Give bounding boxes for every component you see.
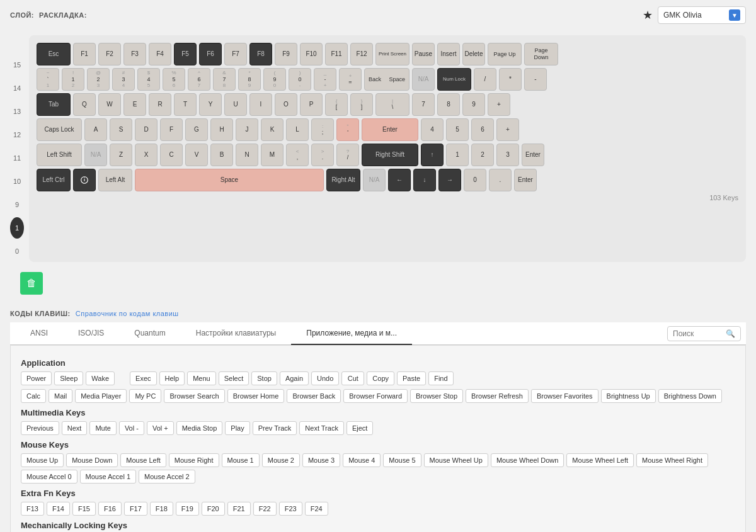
kc-menu[interactable]: Menu: [187, 371, 216, 385]
key-u[interactable]: U: [224, 93, 247, 116]
kc-mute[interactable]: Mute: [89, 421, 116, 435]
kc-mouse-5[interactable]: Mouse 5: [383, 453, 421, 467]
key-y[interactable]: Y: [199, 93, 222, 116]
key-left-alt[interactable]: Left Alt: [98, 169, 132, 191]
kc-wheel-down[interactable]: Mouse Wheel Down: [491, 453, 564, 467]
key-f8[interactable]: F8: [249, 43, 272, 65]
kc-again[interactable]: Again: [280, 371, 309, 385]
layout-selector[interactable]: GMK Olivia ▼: [658, 6, 746, 24]
key-numpad-7[interactable]: 7: [412, 93, 435, 116]
key-k[interactable]: K: [261, 118, 284, 141]
key-caps-lock[interactable]: Caps Lock: [37, 118, 82, 141]
key-q[interactable]: Q: [73, 93, 96, 116]
key-r[interactable]: R: [149, 93, 171, 116]
kc-mouse-3[interactable]: Mouse 3: [302, 453, 340, 467]
tab-keyboard-settings[interactable]: Настройки клавиатуры: [181, 322, 292, 345]
kc-browser-favorites[interactable]: Browser Favorites: [531, 389, 598, 403]
key-7[interactable]: &7 8: [213, 68, 236, 91]
key-quote[interactable]: "': [336, 118, 359, 141]
kc-mouse-up[interactable]: Mouse Up: [21, 453, 64, 467]
key-i[interactable]: I: [249, 93, 272, 116]
layer-11[interactable]: 11: [10, 147, 24, 169]
kc-stop[interactable]: Stop: [251, 371, 277, 385]
kc-f15[interactable]: F15: [72, 502, 96, 516]
tab-ansi[interactable]: ANSI: [15, 322, 63, 345]
kc-paste[interactable]: Paste: [397, 371, 426, 385]
key-na-3[interactable]: N/A: [363, 169, 386, 191]
key-e[interactable]: E: [123, 93, 146, 116]
key-f12[interactable]: F12: [350, 43, 373, 65]
key-numpad-slash[interactable]: /: [474, 68, 496, 91]
kc-media-stop[interactable]: Media Stop: [176, 421, 223, 435]
kc-f24[interactable]: F24: [305, 502, 328, 516]
kc-mouse-1[interactable]: Mouse 1: [222, 453, 260, 467]
kc-vol-plus[interactable]: Vol +: [147, 421, 174, 435]
kc-accel-0[interactable]: Mouse Accel 0: [21, 470, 77, 484]
kc-mouse-2[interactable]: Mouse 2: [262, 453, 300, 467]
key-tab[interactable]: Tab: [37, 93, 71, 116]
kc-f16[interactable]: F16: [98, 502, 122, 516]
kc-accel-2[interactable]: Mouse Accel 2: [139, 470, 195, 484]
tab-iso[interactable]: ISO/JIS: [63, 322, 119, 345]
kc-f14[interactable]: F14: [47, 502, 70, 516]
kc-mouse-right[interactable]: Mouse Right: [169, 453, 219, 467]
search-input[interactable]: [673, 329, 723, 338]
key-na-2[interactable]: N/A: [84, 144, 107, 166]
key-f7[interactable]: F7: [224, 43, 247, 65]
key-esc[interactable]: Esc: [37, 43, 71, 65]
tab-quantum[interactable]: Quantum: [119, 322, 180, 345]
kc-mail[interactable]: Mail: [49, 389, 72, 403]
key-numpad-2[interactable]: 2: [471, 144, 494, 166]
key-numpad-minus[interactable]: -: [524, 68, 547, 91]
kc-calc[interactable]: Calc: [21, 389, 46, 403]
key-slash[interactable]: ?/: [336, 144, 359, 166]
key-left-ctrl[interactable]: Left Ctrl: [37, 169, 71, 191]
key-na-1[interactable]: N/A: [412, 68, 435, 91]
key-f11[interactable]: F11: [325, 43, 348, 65]
key-6[interactable]: ^6 7: [188, 68, 210, 91]
key-lbracket[interactable]: {[: [325, 93, 348, 116]
key-print-screen[interactable]: Print Screen: [375, 43, 410, 65]
key-f9[interactable]: F9: [275, 43, 297, 65]
key-comma[interactable]: <,: [286, 144, 309, 166]
key-numpad-dot[interactable]: .: [489, 169, 512, 191]
key-left-shift[interactable]: Left Shift: [37, 144, 82, 166]
kc-play[interactable]: Play: [225, 421, 249, 435]
key-f10[interactable]: F10: [300, 43, 323, 65]
key-numpad-5[interactable]: 5: [446, 118, 469, 141]
kc-wheel-up[interactable]: Mouse Wheel Up: [424, 453, 488, 467]
key-right-shift[interactable]: Right Shift: [362, 144, 418, 166]
key-h[interactable]: H: [210, 118, 233, 141]
key-c[interactable]: C: [160, 144, 183, 166]
kc-sleep[interactable]: Sleep: [54, 371, 83, 385]
key-arrow-left[interactable]: ←: [388, 169, 411, 191]
key-space[interactable]: Space: [135, 169, 324, 191]
layer-13[interactable]: 13: [10, 101, 24, 122]
key-4[interactable]: $4 5: [137, 68, 160, 91]
kc-undo[interactable]: Undo: [311, 371, 339, 385]
key-insert[interactable]: Insert: [437, 43, 460, 65]
key-arrow-right[interactable]: →: [438, 169, 461, 191]
key-numpad-plus[interactable]: +: [488, 93, 510, 116]
kc-copy[interactable]: Copy: [367, 371, 394, 385]
key-page-up[interactable]: Page Up: [488, 43, 522, 65]
key-numpad-3[interactable]: 3: [496, 144, 519, 166]
key-semicolon[interactable]: :;: [311, 118, 334, 141]
kc-accel-1[interactable]: Mouse Accel 1: [80, 470, 137, 484]
kc-select[interactable]: Select: [219, 371, 249, 385]
kc-wheel-left[interactable]: Mouse Wheel Left: [566, 453, 634, 467]
kc-brightness-down[interactable]: Brightness Down: [658, 389, 722, 403]
key-d[interactable]: D: [135, 118, 158, 141]
key-rbracket[interactable]: }]: [350, 93, 373, 116]
kc-vol-minus[interactable]: Vol -: [119, 421, 144, 435]
keycodes-link[interactable]: Справочник по кодам клавиш: [76, 310, 179, 317]
key-arrow-down[interactable]: ↓: [413, 169, 436, 191]
kc-power[interactable]: Power: [21, 371, 52, 385]
kc-eject[interactable]: Eject: [346, 421, 373, 435]
key-f4[interactable]: F4: [149, 43, 171, 65]
kc-wake[interactable]: Wake: [86, 371, 115, 385]
key-minus[interactable]: _- +: [314, 68, 336, 91]
kc-f23[interactable]: F23: [279, 502, 302, 516]
key-x[interactable]: X: [135, 144, 158, 166]
key-numpad-enter2[interactable]: Enter: [514, 169, 537, 191]
